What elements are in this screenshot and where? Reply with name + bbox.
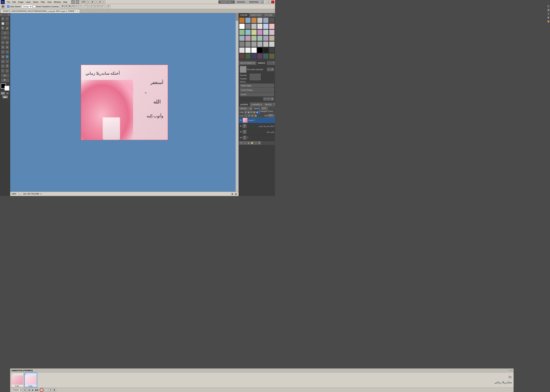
menu-help[interactable]: Help [62,0,69,3]
color-swatch-11[interactable] [269,23,275,29]
standard-mode-btn[interactable]: □ [1,92,5,95]
auto-align-btn[interactable]: ⊪ [107,5,110,8]
move-tool[interactable]: ✥ [1,17,5,21]
menu-view[interactable]: View [46,0,53,3]
color-swatch-8[interactable] [251,23,257,29]
layer-4-visibility[interactable]: 👁 [239,136,242,139]
minimize-btn[interactable]: — [265,0,268,3]
layer-row-4[interactable]: 👁 T T [239,135,275,141]
adjustments-tab[interactable]: ADJUSTMENTS [239,61,257,65]
color-swatch-10[interactable] [263,23,269,29]
lock-position-icon[interactable]: ✥ [251,114,254,117]
swatches-tab[interactable]: SWATCHES [249,13,263,17]
canvas-scroll[interactable]: أختكه ساندريلا زماني أستغفر الله وأتوب إ… [10,13,239,192]
color-swatch-14[interactable] [251,29,257,35]
more-workspaces-btn[interactable]: » [261,0,264,4]
menu-window[interactable]: Window [53,0,62,3]
layers-tab[interactable]: LAYERS [239,103,250,106]
layer-group-btn[interactable]: 📁 [251,141,254,144]
status-nav-right[interactable]: ▶ [235,193,237,195]
paint-bucket-tool[interactable]: 🪣 [5,55,9,59]
menu-filter[interactable]: Filter [40,0,46,3]
zoom-tool[interactable]: 🔍 [1,78,9,83]
color-swatch-17[interactable] [269,29,275,35]
history-brush-tool[interactable]: ↺ [1,50,5,54]
color-swatch-21[interactable] [257,35,263,41]
color-swatch-16[interactable] [263,29,269,35]
quick-select-tool[interactable]: 🔍 [1,26,5,30]
align-left-btn[interactable]: ⊞ [61,5,64,8]
type-tool[interactable]: T [5,64,9,68]
menu-select[interactable]: Select [32,0,40,3]
blur-tool[interactable]: ◎ [1,59,5,63]
eraser-tool[interactable]: ◻ [5,50,9,54]
layer-delete-btn[interactable]: 🗑 [258,141,261,144]
layer-2-visibility[interactable]: 👁 [239,125,242,127]
color-swatch-7[interactable] [245,23,251,29]
color-swatch-23[interactable] [269,35,275,41]
menu-file[interactable]: File [6,0,11,3]
unify-style-icon[interactable]: ◼ [247,111,250,113]
opacity-field[interactable]: 100% [261,107,268,110]
tool-panel-collapse-left[interactable]: « [1,14,2,16]
color-swatch-35[interactable] [269,47,275,53]
masks-delete-icon[interactable]: 🗑 [271,97,274,101]
mask-add-icon[interactable]: + [267,68,270,71]
color-swatch-18[interactable] [239,35,245,41]
layer-1-visibility[interactable]: 👁 [239,119,242,121]
menu-layer[interactable]: Layer [25,0,32,3]
color-range-btn[interactable]: Color Range... [240,88,274,92]
layer-3-visibility[interactable]: 👁 [239,131,242,133]
layer-row-1[interactable]: 👁 Layer 2 [239,118,275,123]
align-top-btn[interactable]: ⊡ [71,5,75,8]
color-swatch-27[interactable] [257,41,263,47]
color-swatch-1[interactable] [245,17,251,23]
dist-bottom-btn[interactable]: ⊩ [101,5,104,8]
color-swatch-38[interactable] [251,53,257,59]
color-swatch-34[interactable] [263,47,269,53]
color-swatch-31[interactable] [245,47,251,53]
v-scrollbar-thumb[interactable] [236,13,238,21]
dist-top-btn[interactable]: ⊧ [95,5,97,8]
maximize-btn[interactable]: □ [268,0,271,3]
lock-all-icon[interactable]: 🔒 [254,114,257,117]
color-swatch-0[interactable] [239,17,245,23]
screen-mode-btn[interactable]: ▬ [2,95,8,98]
crop-tool[interactable]: ⊏ [1,31,9,35]
essentials-btn[interactable]: ESSENTIALS [218,0,235,4]
mb-btn[interactable]: Mb [76,0,79,4]
align-vcenter-btn[interactable]: ⊢ [75,5,78,8]
masks-apply-icon[interactable]: ↩ [263,97,267,101]
styles-tab[interactable]: STYLES [263,13,274,17]
mask-edge-btn[interactable]: Mask Edge... [240,84,274,87]
menu-edit[interactable]: Edit [11,0,17,3]
unify-pos-icon[interactable]: ⊞ [244,111,247,113]
arrange-btn[interactable]: ⊞ [91,0,94,4]
close-btn[interactable]: ✕ [271,0,274,3]
arrange-dropdown[interactable]: ▾ [95,0,97,4]
layer-row-2[interactable]: 👁 T أختكه ساندريلا زماني [239,123,275,129]
color-swatch-6[interactable] [239,23,245,29]
layer-new-btn[interactable]: + [254,141,257,144]
color-swatch-41[interactable] [269,53,275,59]
lasso-tool[interactable]: ⌒ [5,21,9,26]
density-input[interactable] [250,74,261,77]
magic-wand-tool[interactable]: ⚡ [5,26,9,30]
v-scrollbar[interactable] [236,13,239,192]
color-swatch-19[interactable] [245,35,251,41]
painting-btn[interactable]: PAINTING [247,0,260,4]
snap-btn[interactable]: ⊟ [98,0,102,4]
adj-panel-more[interactable]: ≡ [272,61,275,65]
fill-field[interactable]: 100% [268,114,274,117]
shape-tool[interactable]: ◻ [5,69,9,73]
zoom-dropdown[interactable]: ▾ [87,0,90,4]
align-bottom-btn[interactable]: ⊣ [78,5,82,8]
lock-transparent-icon[interactable]: ⬚ [244,114,247,117]
color-swatch-5[interactable] [269,17,275,23]
dist-vcenter-btn[interactable]: ⊨ [97,5,101,8]
menu-image[interactable]: Image [17,0,25,3]
brush-tool[interactable]: 🖌 [5,40,9,45]
snap-dropdown[interactable]: ▾ [103,0,105,4]
unify-lock-icon[interactable]: 🔒 [253,111,256,113]
spot-heal-tool[interactable]: ⊙ [1,40,5,45]
